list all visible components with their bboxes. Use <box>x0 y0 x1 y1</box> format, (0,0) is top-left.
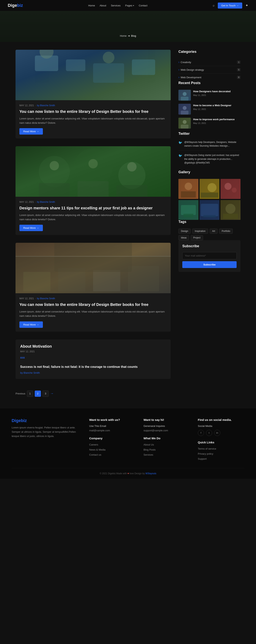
recent-post-img-2 <box>178 118 191 128</box>
tag-4[interactable]: Ideas <box>178 235 189 240</box>
gallery-item-1[interactable] <box>200 179 220 199</box>
recent-post-date-2: May 13, 2021 <box>193 122 241 124</box>
search-icon[interactable]: ⌕ <box>213 4 215 7</box>
gallery-item-4[interactable] <box>200 200 220 220</box>
quote-date: MAY 12, 2021 <box>20 350 166 353</box>
posts-column: MAY 12, 2021 · by Blanche Smith You can … <box>15 50 171 401</box>
tag-5[interactable]: Project <box>191 235 203 240</box>
tag-0[interactable]: Design <box>178 228 191 234</box>
logo-text: Digebiz <box>8 3 23 8</box>
footer-link-contact[interactable]: Contact us <box>89 453 101 456</box>
quote-card: About Motivation MAY 12, 2021 ““ Success… <box>15 340 171 379</box>
footer-w3layouts-link[interactable]: W3layouts <box>145 472 156 475</box>
svg-point-39 <box>232 188 237 193</box>
post-title-3: You can now listen to the entire library… <box>19 302 167 307</box>
tag-3[interactable]: Portfolio <box>219 228 233 234</box>
copyright-text: © 2021 Digebiz.Made with ♥ love Design b… <box>100 472 156 475</box>
footer-bottom: © 2021 Digebiz.Made with ♥ love Design b… <box>12 468 244 475</box>
footer-col-sayhi: Want to say hi! Genenaral Inquires suppo… <box>144 418 190 460</box>
post-excerpt-1: Lorem ipsum, dolor sit amet consectetur … <box>19 116 167 125</box>
footer-general-inquiries-label: Genenaral Inquires <box>144 424 190 428</box>
svg-rect-30 <box>181 125 189 128</box>
recent-post-date-0: May 11, 2021 <box>193 94 241 96</box>
footer-link-blog[interactable]: Blog Posts <box>144 448 156 451</box>
footer-whatwedo-title: What We Do <box>144 436 190 440</box>
footer-quicklinks: Terms of service Privacy policy Support <box>198 447 244 460</box>
page-button-3[interactable]: 3 <box>42 390 49 397</box>
footer-whatwedo-links: About Us Blog Posts Services <box>144 443 190 456</box>
svg-rect-3 <box>93 63 124 83</box>
theme-toggle-icon[interactable]: ✦ <box>245 3 248 8</box>
post-date-1: MAY 12, 2021 <box>19 104 34 107</box>
footer-description: Lorem ipsum viverra feugiat. Pellen tesq… <box>12 426 81 438</box>
tag-2[interactable]: Art <box>210 228 218 234</box>
subscribe-title: Subscribe <box>182 244 237 250</box>
category-item-0[interactable]: Creativity 1 <box>178 58 241 66</box>
svg-point-47 <box>226 204 236 214</box>
svg-rect-45 <box>203 215 216 218</box>
categories-title: Categories <box>178 50 241 55</box>
footer-link-privacy[interactable]: Privacy policy <box>198 452 213 455</box>
footer-col-social: Find us on social media. Social Media f … <box>198 418 244 460</box>
read-more-button-1[interactable]: Read More → <box>19 128 43 134</box>
post-meta-2: MAY 12, 2021 · by Blanche Smith <box>19 200 167 203</box>
svg-point-35 <box>208 183 217 192</box>
gallery-item-0[interactable] <box>178 179 198 199</box>
read-more-button-3[interactable]: Read More → <box>19 322 43 328</box>
nav-pages[interactable]: Pages <box>125 4 132 7</box>
svg-rect-48 <box>223 214 238 219</box>
tweet-text-1: @W3layouts Delog starter just evolved. h… <box>184 154 241 165</box>
footer-link-support[interactable]: Support <box>198 457 207 460</box>
pagination-next-arrow[interactable]: → <box>50 392 54 396</box>
recent-post-0[interactable]: How Designers have decorated May 11, 202… <box>178 90 241 100</box>
page-button-2[interactable]: 2 <box>35 390 41 397</box>
post-card-3: MAY 12, 2021 · by Blanche Smith You can … <box>15 243 171 332</box>
recent-post-title-0: How Designers have decorated <box>193 90 241 93</box>
page-button-1[interactable]: 1 <box>27 390 33 397</box>
read-more-button-2[interactable]: Read More → <box>19 225 43 231</box>
breadcrumb-home[interactable]: Home <box>120 34 127 37</box>
hero-section: Home ➜ Blog <box>0 11 256 42</box>
logo[interactable]: Digebiz <box>8 3 23 8</box>
tweet-0: 🐦 @W3layouts help Developers, Designers,… <box>178 140 241 151</box>
gallery-item-3[interactable] <box>178 200 198 220</box>
svg-rect-5 <box>132 60 155 75</box>
svg-point-12 <box>50 161 59 170</box>
nav-contact[interactable]: Contact <box>139 4 147 7</box>
footer-link-terms[interactable]: Terms of service <box>198 447 216 450</box>
gallery-item-5[interactable] <box>221 200 241 220</box>
quote-section-label: About Motivation <box>20 344 166 348</box>
svg-point-23 <box>183 92 187 96</box>
footer-col-work: Want to work with us? Use This Email mai… <box>89 418 136 460</box>
category-item-1[interactable]: Web Design strategy 5 <box>178 66 241 74</box>
twitter-title: Twitter <box>178 132 241 137</box>
recent-post-2[interactable]: How to improve work performance May 13, … <box>178 118 241 128</box>
footer-link-careers[interactable]: Careers <box>89 443 98 446</box>
footer-work-title: Want to work with us? <box>89 418 136 422</box>
post-title-2: Design mentors share 11 tips for excelli… <box>19 205 167 211</box>
subscribe-email-input[interactable] <box>182 252 237 259</box>
category-count-2: 8 <box>237 76 241 79</box>
post-author-3[interactable]: by Blanche Smith <box>37 297 55 300</box>
footer-link-services[interactable]: Services <box>144 453 153 456</box>
post-image-1 <box>15 50 171 100</box>
twitter-social-icon[interactable]: t <box>206 430 212 436</box>
footer-brand: Digebiz Lorem ipsum viverra feugiat. Pel… <box>12 418 81 460</box>
social-icons: f t in <box>198 430 244 436</box>
subscribe-button[interactable]: Subscribe <box>182 261 237 268</box>
nav-about[interactable]: About <box>100 4 106 7</box>
nav-services[interactable]: Services <box>111 4 121 7</box>
post-author-1[interactable]: by Blanche Smith <box>37 104 55 107</box>
footer-link-about[interactable]: About Us <box>144 443 154 446</box>
category-count-1: 5 <box>237 68 241 71</box>
category-item-2[interactable]: Web Development 8 <box>178 74 241 81</box>
facebook-icon[interactable]: f <box>198 430 204 436</box>
nav-home[interactable]: Home <box>88 4 95 7</box>
gallery-item-2[interactable] <box>221 179 241 199</box>
post-author-2[interactable]: by Blanche Smith <box>37 200 55 203</box>
get-in-touch-button[interactable]: Get In Touch → <box>218 2 242 8</box>
recent-post-1[interactable]: How to become a Web Designer May 12, 202… <box>178 104 241 114</box>
instagram-icon[interactable]: in <box>214 430 220 436</box>
tag-1[interactable]: Inspiration <box>192 228 208 234</box>
footer-link-news[interactable]: News & Media <box>89 448 105 451</box>
